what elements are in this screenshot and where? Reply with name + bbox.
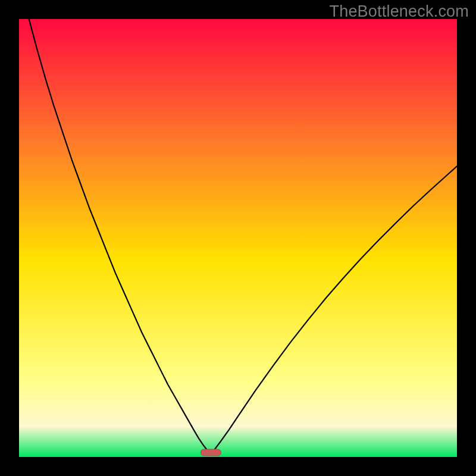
gradient-background	[19, 19, 457, 457]
outer-frame: TheBottleneck.com	[0, 0, 476, 476]
watermark-text: TheBottleneck.com	[329, 2, 469, 21]
chart-svg	[19, 19, 457, 457]
plot-area	[19, 19, 457, 457]
optimum-marker	[201, 449, 221, 456]
